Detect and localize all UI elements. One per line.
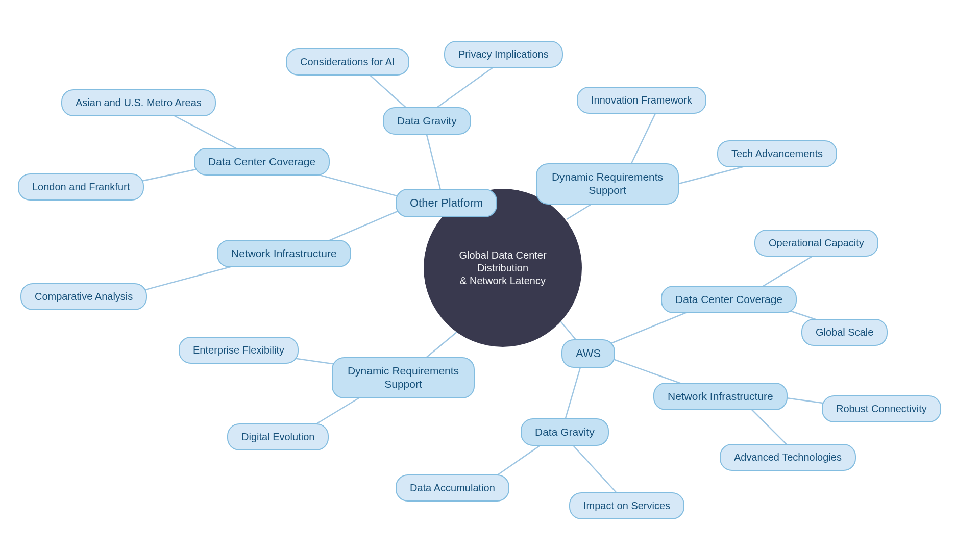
node-dyn-left-flex[interactable]: Enterprise Flexibility — [179, 337, 299, 364]
node-aws[interactable]: AWS — [561, 339, 615, 368]
node-aws-dcc-scale[interactable]: Global Scale — [801, 319, 888, 346]
node-aws-net-robust[interactable]: Robust Connectivity — [822, 395, 941, 422]
node-other-platform[interactable]: Other Platform — [396, 189, 497, 217]
node-aws-gravity-accum[interactable]: Data Accumulation — [396, 474, 509, 502]
node-aws-dcc[interactable]: Data Center Coverage — [661, 286, 797, 313]
node-other-dcc-london[interactable]: London and Frankfurt — [18, 173, 144, 201]
node-other-dcc[interactable]: Data Center Coverage — [194, 148, 330, 176]
node-other-net-comp[interactable]: Comparative Analysis — [20, 283, 147, 310]
node-dyn-left-evo[interactable]: Digital Evolution — [227, 423, 329, 450]
node-aws-net-adv[interactable]: Advanced Technologies — [720, 444, 856, 471]
node-aws-net[interactable]: Network Infrastructure — [653, 383, 788, 410]
node-other-gravity-priv[interactable]: Privacy Implications — [444, 41, 563, 68]
svg-line-10 — [628, 107, 658, 171]
node-other-net[interactable]: Network Infrastructure — [217, 240, 351, 267]
node-aws-gravity-impact[interactable]: Impact on Services — [569, 492, 684, 519]
node-other-gravity[interactable]: Data Gravity — [383, 107, 471, 135]
mindmap-canvas: Global Data Center Distribution & Networ… — [0, 0, 980, 551]
node-dyn-left[interactable]: Dynamic Requirements Support — [332, 357, 475, 398]
node-dyn-top-tech[interactable]: Tech Advancements — [717, 140, 837, 167]
svg-line-19 — [564, 362, 582, 423]
node-aws-gravity[interactable]: Data Gravity — [521, 418, 609, 446]
node-aws-dcc-op[interactable]: Operational Capacity — [754, 230, 878, 257]
node-other-dcc-asia[interactable]: Asian and U.S. Metro Areas — [61, 89, 216, 116]
node-dyn-top[interactable]: Dynamic Requirements Support — [536, 163, 679, 205]
node-dyn-top-innov[interactable]: Innovation Framework — [577, 87, 706, 114]
node-other-gravity-ai[interactable]: Considerations for AI — [286, 48, 409, 76]
